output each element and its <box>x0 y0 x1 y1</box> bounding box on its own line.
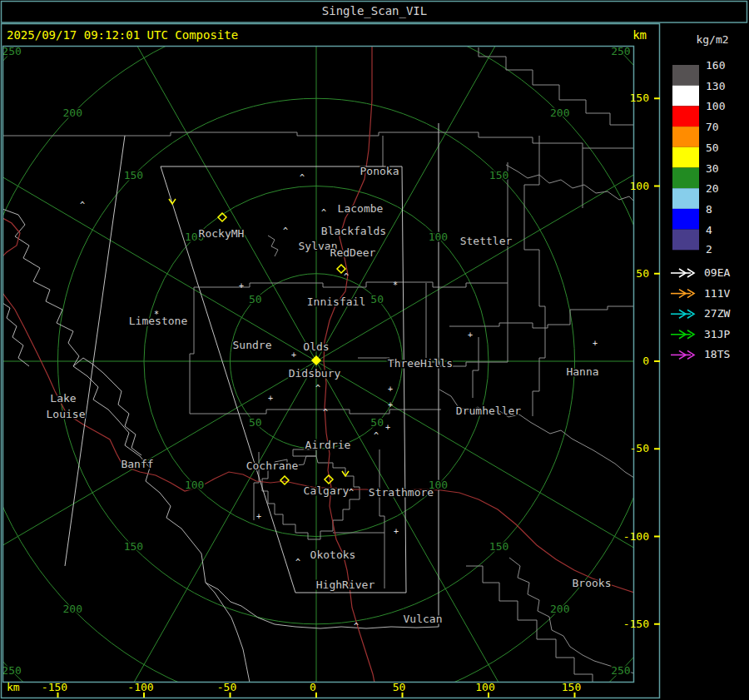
colorbar-value: 160 <box>706 59 725 72</box>
colorbar-value: 8 <box>706 203 712 216</box>
colorbar-value: 70 <box>706 121 719 133</box>
town-label-brooks: Brooks <box>573 577 612 589</box>
y-axis-label: 50 <box>636 267 649 280</box>
small-town-marker: + <box>268 394 273 403</box>
small-town-marker: ^ <box>300 173 305 182</box>
colorbar-value: 30 <box>706 162 719 175</box>
small-town-marker: + <box>385 423 390 432</box>
colorbar-value: 100 <box>706 100 725 112</box>
colorbar-swatch <box>672 168 699 189</box>
town-label-hanna: Hanna <box>566 365 598 378</box>
ring-label-50: 50 <box>249 293 262 305</box>
colorbar-value: 50 <box>706 141 719 154</box>
colorbar: 16013010070503020842 <box>672 59 725 256</box>
small-town-marker: ^ <box>354 622 359 631</box>
site-id-label: 09EA <box>704 266 730 279</box>
town-label-ponoka: Ponoka <box>360 165 399 177</box>
radar-site-legend: 09EA111V27ZW31JP18TS <box>671 266 730 360</box>
town-label-threehills: ThreeHills <box>388 357 453 370</box>
ring-label-50: 50 <box>249 416 262 429</box>
small-town-marker: ^ <box>374 431 379 440</box>
x-axis-label: 100 <box>475 681 494 693</box>
ring-label-200: 200 <box>550 603 569 615</box>
y-axis-label: -150 <box>623 618 649 630</box>
colorbar-value: 2 <box>706 243 712 256</box>
colorbar-swatch <box>672 147 699 168</box>
small-town-marker: + <box>388 385 393 394</box>
small-town-marker: + <box>256 512 261 521</box>
site-id-label: 111V <box>704 287 730 300</box>
colorbar-value: 130 <box>706 80 725 92</box>
ring-label-150: 150 <box>124 169 143 181</box>
x-axis-unit: km <box>7 681 20 693</box>
y-axis-label: -100 <box>623 530 649 543</box>
ring-label-150: 150 <box>124 540 143 553</box>
small-town-marker: ^ <box>283 226 288 236</box>
ring-label-250: 250 <box>611 664 630 677</box>
town-label-calgary: Calgary <box>304 484 350 497</box>
town-label-didsbury: Didsbury <box>289 367 341 380</box>
small-town-marker: + <box>239 281 244 290</box>
site-id-label: 18TS <box>704 348 730 360</box>
small-town-marker: ^ <box>344 272 349 281</box>
town-label-banff: Banff <box>121 458 153 470</box>
town-label-stettler: Stettler <box>460 235 513 247</box>
small-town-marker: ^ <box>295 558 300 567</box>
ring-label-200: 200 <box>63 107 82 119</box>
ring-label-200: 200 <box>63 603 82 615</box>
ring-label-150: 150 <box>489 540 508 553</box>
town-label-blackfalds: Blackfalds <box>321 225 386 237</box>
small-town-marker: + <box>468 330 473 340</box>
small-town-marker: * <box>154 310 159 319</box>
town-label-airdrie: Airdrie <box>305 439 351 451</box>
x-axis-label: -150 <box>42 681 67 693</box>
town-label-strathmore: Strathmore <box>369 486 434 499</box>
title-bar-border <box>2 2 747 23</box>
colorbar-value: 20 <box>706 182 719 195</box>
town-label-drumheller: Drumheller <box>456 405 521 417</box>
ring-label-200: 200 <box>550 107 569 119</box>
town-label-highriver: HighRiver <box>316 578 375 591</box>
town-label-reddeer: RedDeer <box>330 246 376 259</box>
small-town-marker: + <box>291 350 296 360</box>
x-axis-label: 150 <box>562 681 581 693</box>
small-town-marker: + <box>388 400 393 410</box>
ring-label-50: 50 <box>370 416 384 429</box>
y-axis-label: 100 <box>630 180 649 192</box>
ring-label-250: 250 <box>2 664 21 677</box>
town-label-lake: Lake <box>50 392 76 405</box>
y-axis-label: -50 <box>630 442 649 454</box>
small-town-marker: + <box>394 527 399 536</box>
small-town-marker: ^ <box>321 208 326 217</box>
colorbar-swatch <box>672 209 699 230</box>
radar-display: 5050505010010010010015015015015020020020… <box>0 0 749 700</box>
town-label-rockymh: RockyMH <box>199 227 245 240</box>
colorbar-value: 4 <box>706 224 712 236</box>
colorbar-swatch <box>672 106 699 127</box>
small-town-marker: ^ <box>315 384 320 393</box>
town-label-vulcan: Vulcan <box>404 613 443 625</box>
x-axis-label: -100 <box>127 681 153 693</box>
ring-label-50: 50 <box>370 293 384 305</box>
small-town-marker: + <box>593 339 598 348</box>
y-axis-label: 0 <box>642 355 649 367</box>
colorbar-swatch <box>672 230 699 251</box>
town-label-innisfail: Innisfail <box>307 295 365 308</box>
site-id-label: 27ZW <box>704 307 730 320</box>
town-label-louise: Louise <box>47 408 86 420</box>
ring-label-100: 100 <box>185 479 204 491</box>
town-label-sundre: Sundre <box>233 339 272 351</box>
town-label-cochrane: Cochrane <box>246 459 299 472</box>
site-id-label: 31JP <box>704 328 730 340</box>
town-label-okotoks: Okotoks <box>310 549 356 561</box>
small-town-marker: * <box>393 280 398 290</box>
ring-label-150: 150 <box>489 169 508 181</box>
x-axis-label: -50 <box>217 681 236 693</box>
colorbar-swatch <box>672 188 699 209</box>
town-label-olds: Olds <box>303 340 329 353</box>
x-axis-label: 50 <box>393 681 406 693</box>
small-town-marker: ^ <box>323 408 328 417</box>
y-axis-label: 150 <box>630 92 649 104</box>
x-axis-label: 0 <box>310 681 316 693</box>
small-town-marker: ^ <box>80 201 85 210</box>
